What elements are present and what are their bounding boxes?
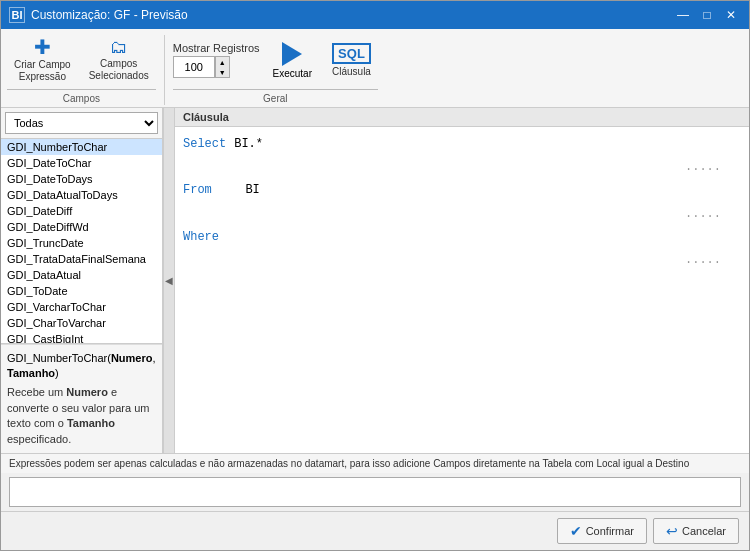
list-item[interactable]: GDI_DateDiff xyxy=(1,203,162,219)
app-icon: BI xyxy=(9,7,25,23)
sql-select-line: Select BI.* xyxy=(183,135,741,154)
criar-campo-button[interactable]: ✚ Criar CampoExpressão xyxy=(7,33,78,87)
sql-from-line: From BI xyxy=(183,181,741,200)
list-item[interactable]: GDI_DataAtual xyxy=(1,267,162,283)
bottom-bar: ✔ Confirmar ↩ Cancelar xyxy=(1,511,749,550)
campos-selecionados-label: CamposSelecionados xyxy=(89,58,149,82)
spin-down-button[interactable]: ▼ xyxy=(215,67,229,77)
executar-button[interactable]: Executar xyxy=(268,39,317,82)
list-item[interactable]: GDI_DateToDays xyxy=(1,171,162,187)
check-icon: ✔ xyxy=(570,523,582,539)
list-item[interactable]: GDI_DateToChar xyxy=(1,155,162,171)
list-item[interactable]: GDI_TrataDataFinalSemana xyxy=(1,251,162,267)
maximize-button[interactable]: □ xyxy=(697,6,717,24)
list-item[interactable]: GDI_DataAtualToDays xyxy=(1,187,162,203)
left-panel: Todas Expressões Campos GDI_NumberToChar… xyxy=(1,108,163,453)
select-keyword: Select xyxy=(183,135,226,154)
main-content: Todas Expressões Campos GDI_NumberToChar… xyxy=(1,108,749,453)
mostrar-registros-label: Mostrar Registros xyxy=(173,42,260,54)
campos-icon: 🗂 xyxy=(110,38,128,56)
minimize-button[interactable]: — xyxy=(673,6,693,24)
input-row[interactable] xyxy=(9,477,741,507)
confirmar-button[interactable]: ✔ Confirmar xyxy=(557,518,647,544)
geral-group-label: Geral xyxy=(263,93,287,104)
sql-box-icon: SQL xyxy=(332,43,371,64)
clausula-label: Cláusula xyxy=(332,66,371,77)
where-keyword: Where xyxy=(183,228,223,247)
list-item[interactable]: GDI_DateDiffWd xyxy=(1,219,162,235)
list-item[interactable]: GDI_CastBigInt xyxy=(1,331,162,344)
close-button[interactable]: ✕ xyxy=(721,6,741,24)
spin-input[interactable]: 100 xyxy=(174,57,214,77)
clausula-header: Cláusula xyxy=(175,108,749,127)
select-content: BI.* xyxy=(234,135,263,154)
confirmar-label: Confirmar xyxy=(586,525,634,537)
play-icon xyxy=(282,42,302,66)
list-item[interactable]: GDI_ToDate xyxy=(1,283,162,299)
sql-where-line: Where xyxy=(183,228,741,247)
description-body: Recebe um Numero e converte o seu valor … xyxy=(7,385,156,447)
list-box[interactable]: GDI_NumberToChar GDI_DateToChar GDI_Date… xyxy=(1,139,162,344)
cancel-icon: ↩ xyxy=(666,523,678,539)
dots-1: ..... xyxy=(183,154,741,181)
clausula-button[interactable]: SQL Cláusula xyxy=(325,40,378,80)
from-keyword: From xyxy=(183,181,223,200)
info-bar: Expressões podem ser apenas calculadas e… xyxy=(1,453,749,473)
cancelar-label: Cancelar xyxy=(682,525,726,537)
campos-group-label: Campos xyxy=(63,93,100,104)
right-panel: Cláusula Select BI.* ..... From BI .....… xyxy=(175,108,749,453)
collapse-button[interactable]: ◀ xyxy=(163,108,175,453)
description-func: GDI_NumberToChar(Numero, Tamanho) xyxy=(7,351,156,382)
executar-label: Executar xyxy=(273,68,312,79)
title-bar-buttons: — □ ✕ xyxy=(673,6,741,24)
dropdown-row: Todas Expressões Campos xyxy=(1,108,162,139)
spin-up-button[interactable]: ▲ xyxy=(215,57,229,67)
info-text: Expressões podem ser apenas calculadas e… xyxy=(9,458,689,469)
from-content: BI xyxy=(231,181,260,200)
main-window: BI Customização: GF - Previsão — □ ✕ ✚ C… xyxy=(0,0,750,551)
toolbar: ✚ Criar CampoExpressão 🗂 CamposSeleciona… xyxy=(1,29,749,108)
description-box: GDI_NumberToChar(Numero, Tamanho) Recebe… xyxy=(1,344,162,453)
sql-editor[interactable]: Select BI.* ..... From BI ..... Where ..… xyxy=(175,127,749,453)
campos-selecionados-button[interactable]: 🗂 CamposSelecionados xyxy=(82,34,156,86)
cancelar-button[interactable]: ↩ Cancelar xyxy=(653,518,739,544)
list-item[interactable]: GDI_CharToVarchar xyxy=(1,315,162,331)
list-item[interactable]: GDI_TruncDate xyxy=(1,235,162,251)
list-item[interactable]: GDI_NumberToChar xyxy=(1,139,162,155)
window-title: Customização: GF - Previsão xyxy=(31,8,188,22)
dots-3: ..... xyxy=(183,247,741,274)
title-bar: BI Customização: GF - Previsão — □ ✕ xyxy=(1,1,749,29)
dots-2: ..... xyxy=(183,201,741,228)
campos-dropdown[interactable]: Todas Expressões Campos xyxy=(5,112,158,134)
plus-icon: ✚ xyxy=(34,37,51,57)
list-item[interactable]: GDI_VarcharToChar xyxy=(1,299,162,315)
criar-campo-label: Criar CampoExpressão xyxy=(14,59,71,83)
